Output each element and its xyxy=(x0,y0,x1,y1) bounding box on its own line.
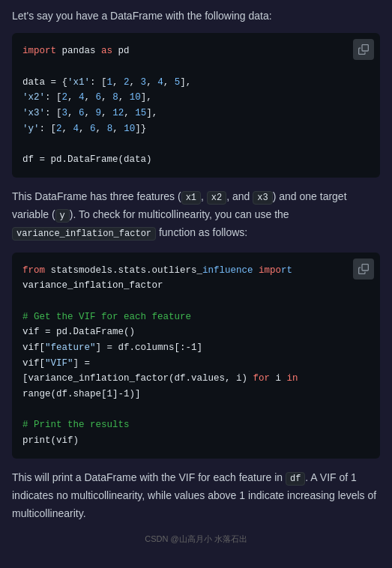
code-block-1: import pandas as pd data = {'x1': [1, 2,… xyxy=(12,33,380,178)
description-1: This DataFrame has three features (x1, x… xyxy=(12,188,380,241)
intro-text: Let's say you have a DataFrame with the … xyxy=(12,7,380,24)
code-content-1: import pandas as pd data = {'x1': [1, 2,… xyxy=(22,43,370,167)
vif-func-code: variance_inflation_factor xyxy=(12,227,156,241)
copy-button-1[interactable] xyxy=(353,39,374,60)
watermark: CSDN @山高月小 水落石出 xyxy=(12,534,380,545)
x3-code: x3 xyxy=(253,191,272,205)
df-inline-code: df xyxy=(286,472,305,486)
code-content-2: from statsmodels.stats.outliers_influenc… xyxy=(22,263,370,449)
page-wrapper: Let's say you have a DataFrame with the … xyxy=(0,0,392,557)
description-2: This will print a DataFrame with the VIF… xyxy=(12,469,380,522)
x1-code: x1 xyxy=(181,191,201,205)
y-code: y xyxy=(55,209,70,223)
code-block-2: from statsmodels.stats.outliers_influenc… xyxy=(12,253,380,459)
copy-button-2[interactable] xyxy=(353,259,374,280)
x2-code: x2 xyxy=(207,191,226,205)
